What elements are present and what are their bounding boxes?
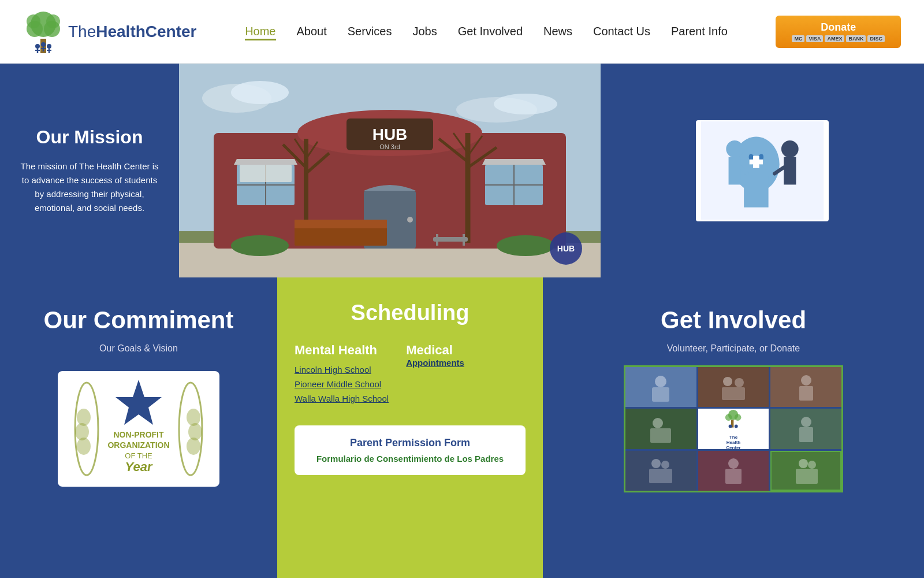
logo-icon bbox=[23, 7, 64, 56]
svg-point-101 bbox=[728, 458, 739, 469]
svg-point-62 bbox=[726, 140, 743, 158]
donate-button[interactable]: Donate MC VISA AMEX BANK DISC bbox=[776, 16, 901, 48]
collage-cell-1 bbox=[625, 367, 696, 407]
svg-marker-36 bbox=[482, 159, 546, 165]
right-panel bbox=[601, 64, 924, 277]
svg-point-4 bbox=[27, 14, 40, 28]
svg-rect-105 bbox=[796, 469, 818, 484]
svg-point-9 bbox=[47, 44, 51, 49]
medical-title: Medical Appointments bbox=[406, 343, 464, 368]
nav-contact[interactable]: Contact Us bbox=[593, 25, 650, 38]
svg-rect-63 bbox=[729, 157, 741, 185]
svg-rect-85 bbox=[722, 387, 745, 400]
svg-point-95 bbox=[735, 425, 738, 428]
svg-point-92 bbox=[735, 414, 742, 421]
permission-subtitle: Formulario de Consentimiento de Los Padr… bbox=[312, 454, 508, 464]
svg-point-75 bbox=[187, 438, 200, 455]
svg-point-88 bbox=[653, 418, 663, 428]
permission-box: Parent Permission Form Formulario de Con… bbox=[295, 425, 526, 475]
collage-cell-2 bbox=[698, 367, 769, 407]
lower-section: Our Commiment Our Goals & Vision NON-PRO… bbox=[0, 277, 924, 578]
svg-point-104 bbox=[808, 461, 816, 469]
mission-block: Our Mission The mission of The Health Ce… bbox=[0, 64, 179, 277]
collage-cell-4 bbox=[625, 409, 696, 449]
pioneer-link[interactable]: Pioneer Middle School bbox=[295, 379, 389, 389]
card-icons: MC VISA AMEX BANK DISC bbox=[792, 35, 885, 42]
svg-text:Year: Year bbox=[125, 460, 153, 474]
lincoln-link[interactable]: Lincoln High School bbox=[295, 365, 389, 375]
photo-collage: TheHealthCenter bbox=[624, 365, 843, 492]
svg-rect-87 bbox=[799, 386, 813, 401]
svg-marker-76 bbox=[116, 380, 162, 425]
nav-about[interactable]: About bbox=[297, 25, 327, 38]
building-illustration: HUB ON 3rd bbox=[179, 64, 601, 277]
nav-services[interactable]: Services bbox=[348, 25, 392, 38]
svg-point-71 bbox=[77, 438, 91, 455]
svg-point-86 bbox=[801, 375, 811, 386]
svg-point-5 bbox=[46, 14, 60, 28]
collage-cell-6 bbox=[770, 409, 841, 449]
nav-jobs[interactable]: Jobs bbox=[412, 25, 437, 38]
svg-point-12 bbox=[41, 42, 46, 47]
svg-point-98 bbox=[651, 459, 661, 468]
svg-point-83 bbox=[723, 377, 732, 386]
svg-point-84 bbox=[735, 378, 744, 387]
svg-rect-65 bbox=[784, 157, 796, 185]
scheduling-cols: Mental Health Lincoln High School Pionee… bbox=[295, 343, 526, 408]
svg-text:HUB: HUB bbox=[372, 125, 408, 143]
svg-point-51 bbox=[497, 235, 554, 256]
scheduling-block: Scheduling Mental Health Lincoln High Sc… bbox=[277, 277, 543, 578]
svg-rect-100 bbox=[649, 469, 672, 483]
svg-rect-89 bbox=[650, 428, 671, 443]
mental-health-title: Mental Health bbox=[295, 343, 389, 358]
svg-rect-37 bbox=[240, 165, 292, 182]
get-involved-title: Get Involved bbox=[661, 306, 806, 334]
svg-rect-102 bbox=[725, 469, 742, 484]
hero-section: Our Mission The mission of The Health Ce… bbox=[0, 64, 924, 277]
svg-text:ORGANIZATION: ORGANIZATION bbox=[107, 440, 169, 450]
svg-point-6 bbox=[35, 44, 40, 49]
nav-home[interactable]: Home bbox=[245, 25, 275, 40]
svg-text:OF THE: OF THE bbox=[125, 451, 152, 460]
svg-text:NON-PROFIT: NON-PROFIT bbox=[113, 430, 164, 439]
nav-get-involved[interactable]: Get Involved bbox=[458, 25, 523, 38]
collage-cell-9 bbox=[770, 451, 841, 491]
svg-rect-82 bbox=[652, 387, 669, 402]
nav-parent-info[interactable]: Parent Info bbox=[671, 25, 728, 38]
award-box: NON-PROFIT ORGANIZATION OF THE Year bbox=[58, 371, 219, 487]
navbar: TheHealthCenter Home About Services Jobs… bbox=[0, 0, 924, 64]
logo-area[interactable]: TheHealthCenter bbox=[23, 7, 197, 56]
nav-news[interactable]: News bbox=[543, 25, 572, 38]
commitment-title: Our Commiment bbox=[43, 306, 233, 334]
svg-point-28 bbox=[407, 217, 413, 223]
collage-cell-5-logo: TheHealthCenter bbox=[698, 409, 769, 449]
svg-rect-49 bbox=[295, 220, 387, 228]
collage-cell-8 bbox=[698, 451, 769, 491]
medical-appointments-link[interactable]: Appointments bbox=[406, 358, 464, 368]
svg-point-96 bbox=[801, 417, 811, 427]
svg-point-19 bbox=[494, 94, 557, 114]
svg-point-64 bbox=[781, 140, 799, 158]
scheduling-title: Scheduling bbox=[351, 301, 470, 325]
svg-point-81 bbox=[655, 376, 666, 387]
svg-rect-97 bbox=[799, 427, 813, 442]
svg-rect-59 bbox=[744, 177, 769, 208]
svg-point-50 bbox=[231, 235, 289, 256]
mission-body: The mission of The Health Center is to a… bbox=[17, 160, 162, 215]
nav-links: Home About Services Jobs Get Involved Ne… bbox=[245, 25, 728, 38]
svg-point-91 bbox=[725, 414, 732, 421]
svg-marker-32 bbox=[234, 159, 297, 165]
svg-rect-55 bbox=[436, 234, 438, 246]
mental-health-col: Mental Health Lincoln High School Pionee… bbox=[295, 343, 389, 408]
get-involved-subtitle: Volunteer, Participate, or Donate bbox=[667, 343, 800, 354]
permission-title: Parent Permission Form bbox=[312, 437, 508, 449]
svg-rect-61 bbox=[750, 160, 763, 165]
svg-text:ON 3rd: ON 3rd bbox=[379, 143, 400, 150]
get-involved-block: Get Involved Volunteer, Participate, or … bbox=[543, 277, 924, 578]
svg-rect-56 bbox=[463, 234, 465, 246]
commitment-subtitle: Our Goals & Vision bbox=[99, 343, 178, 354]
collage-cell-3 bbox=[770, 367, 841, 407]
walla-walla-link[interactable]: Walla Walla High School bbox=[295, 394, 389, 403]
svg-rect-48 bbox=[295, 225, 387, 246]
hero-image: HUB ON 3rd bbox=[179, 64, 601, 277]
